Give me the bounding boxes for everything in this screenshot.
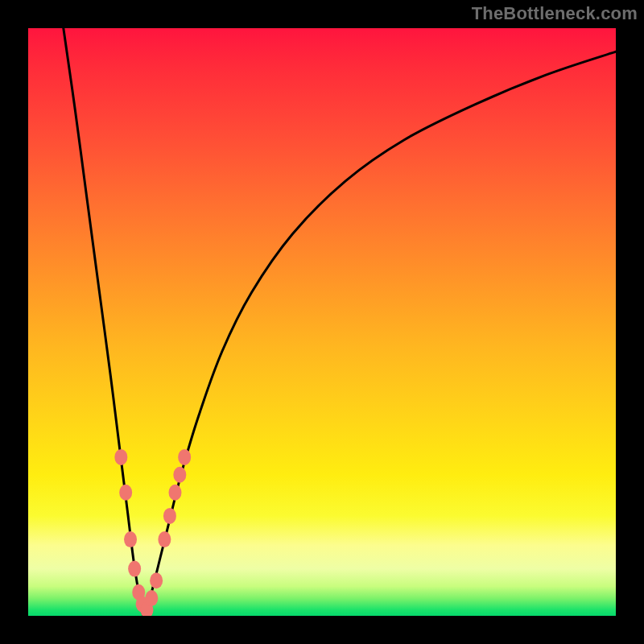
highlight-marker [173, 467, 186, 483]
bottleneck-curve [64, 28, 616, 616]
highlight-marker [178, 449, 191, 465]
highlight-marker [124, 531, 137, 547]
highlight-marker [145, 590, 158, 606]
highlight-marker [114, 449, 127, 465]
highlight-marker [158, 531, 171, 547]
bottleneck-curve-path [64, 28, 616, 616]
highlight-marker [163, 508, 176, 524]
highlight-marker [169, 485, 182, 501]
marker-group [114, 449, 191, 616]
highlight-marker [128, 561, 141, 577]
curve-layer [28, 28, 616, 616]
highlight-marker [150, 572, 163, 588]
highlight-marker [119, 485, 132, 501]
chart-frame: TheBottleneck.com [0, 0, 644, 644]
watermark-text: TheBottleneck.com [472, 3, 638, 24]
plot-area [28, 28, 616, 616]
